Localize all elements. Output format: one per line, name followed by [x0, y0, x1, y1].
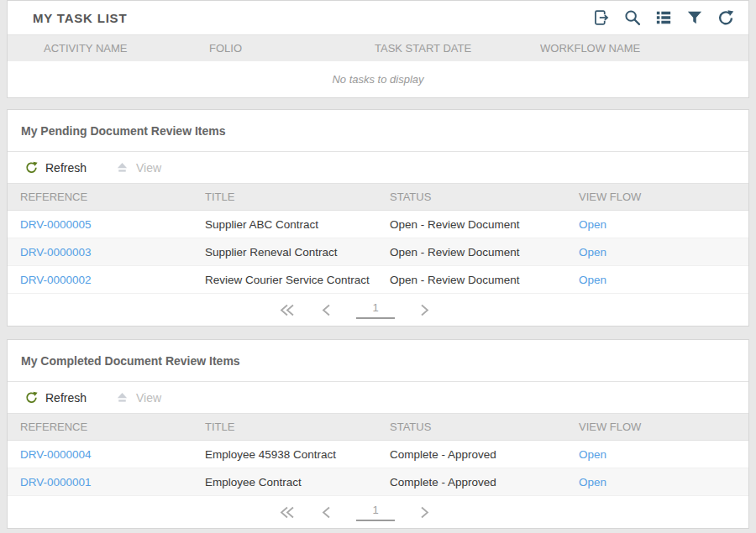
title-cell: Supplier Reneval Contract [205, 246, 390, 259]
next-page-button[interactable] [417, 504, 432, 520]
table-row: DRV-0000001 Employee Contract Complete -… [8, 468, 748, 496]
completed-review-panel: My Completed Document Review Items Refre… [7, 339, 749, 529]
column-workflow-name: WORKFLOW NAME [540, 42, 748, 55]
reference-link[interactable]: DRV-0000002 [20, 274, 205, 286]
refresh-label: Refresh [45, 161, 87, 175]
first-page-button[interactable] [277, 504, 297, 520]
title-cell: Supplier ABC Contract [205, 218, 390, 231]
title-cell: Review Courier Service Contract [205, 274, 390, 286]
title-cell: Employee 45938 Contract [205, 448, 390, 461]
reference-link[interactable]: DRV-0000004 [20, 448, 205, 461]
page: MY TASK LIST ACTIVITY NAME FOLIO TASK ST… [0, 0, 756, 529]
completed-panel-title: My Completed Document Review Items [8, 340, 748, 382]
eject-icon [115, 390, 129, 405]
filter-icon[interactable] [685, 8, 704, 27]
task-list-toolbar [592, 8, 735, 27]
reference-link[interactable]: DRV-0000005 [20, 218, 205, 231]
column-title: TITLE [205, 421, 390, 433]
refresh-icon [24, 160, 39, 175]
page-number-input[interactable]: 1 [356, 301, 395, 319]
title-cell: Employee Contract [205, 476, 390, 489]
view-label: View [136, 161, 161, 175]
status-cell: Complete - Approved [390, 448, 579, 461]
task-list-title: MY TASK LIST [33, 11, 127, 25]
completed-toolbar: Refresh View [8, 382, 748, 414]
column-reference: REFERENCE [20, 421, 205, 433]
view-flow-link[interactable]: Open [579, 476, 748, 489]
empty-message: No tasks to display [8, 61, 748, 97]
column-view-flow: VIEW FLOW [579, 421, 748, 433]
next-page-button[interactable] [417, 302, 432, 318]
table-row: DRV-0000002 Review Courier Service Contr… [8, 266, 748, 294]
view-label: View [136, 391, 161, 405]
eject-icon [115, 160, 129, 175]
table-row: DRV-0000003 Supplier Reneval Contract Op… [8, 238, 748, 266]
my-task-list-panel: MY TASK LIST ACTIVITY NAME FOLIO TASK ST… [7, 0, 749, 98]
status-cell: Open - Review Document [390, 218, 579, 231]
pending-review-panel: My Pending Document Review Items Refresh… [7, 109, 749, 327]
pending-column-headers: REFERENCE TITLE STATUS VIEW FLOW [8, 184, 748, 211]
table-row: DRV-0000005 Supplier ABC Contract Open -… [8, 211, 748, 238]
column-status: STATUS [390, 421, 579, 433]
refresh-button[interactable]: Refresh [24, 160, 87, 175]
view-flow-link[interactable]: Open [579, 218, 748, 231]
table-row: DRV-0000004 Employee 45938 Contract Comp… [8, 441, 748, 468]
view-button[interactable]: View [115, 390, 161, 405]
first-page-button[interactable] [277, 302, 297, 318]
search-icon[interactable] [623, 8, 642, 27]
column-task-start-date: TASK START DATE [375, 42, 540, 55]
completed-pagination: 1 [0, 496, 725, 528]
column-folio: FOLIO [209, 42, 375, 55]
completed-column-headers: REFERENCE TITLE STATUS VIEW FLOW [8, 414, 748, 441]
pending-toolbar: Refresh View [8, 152, 748, 184]
prev-page-button[interactable] [319, 302, 334, 318]
task-list-column-headers: ACTIVITY NAME FOLIO TASK START DATE WORK… [8, 34, 748, 61]
column-view-flow: VIEW FLOW [579, 191, 748, 203]
column-reference: REFERENCE [20, 191, 205, 203]
status-cell: Open - Review Document [390, 274, 579, 286]
list-view-icon[interactable] [654, 8, 673, 27]
column-activity-name: ACTIVITY NAME [44, 42, 209, 55]
refresh-label: Refresh [45, 391, 87, 405]
prev-page-button[interactable] [319, 504, 334, 520]
refresh-button[interactable]: Refresh [24, 390, 87, 405]
status-cell: Open - Review Document [390, 246, 579, 259]
pending-panel-title: My Pending Document Review Items [8, 110, 748, 152]
view-flow-link[interactable]: Open [579, 246, 748, 259]
task-list-header: MY TASK LIST [8, 1, 748, 34]
view-flow-link[interactable]: Open [579, 448, 748, 461]
reference-link[interactable]: DRV-0000001 [20, 476, 205, 489]
column-title: TITLE [205, 191, 390, 203]
refresh-icon [24, 390, 39, 405]
refresh-icon[interactable] [717, 8, 735, 27]
page-number-input[interactable]: 1 [356, 504, 395, 521]
pending-pagination: 1 [0, 294, 725, 326]
status-cell: Complete - Approved [390, 476, 579, 489]
export-icon[interactable] [592, 8, 611, 27]
column-status: STATUS [390, 191, 579, 203]
reference-link[interactable]: DRV-0000003 [20, 246, 205, 259]
view-button[interactable]: View [115, 160, 161, 175]
view-flow-link[interactable]: Open [579, 274, 748, 286]
